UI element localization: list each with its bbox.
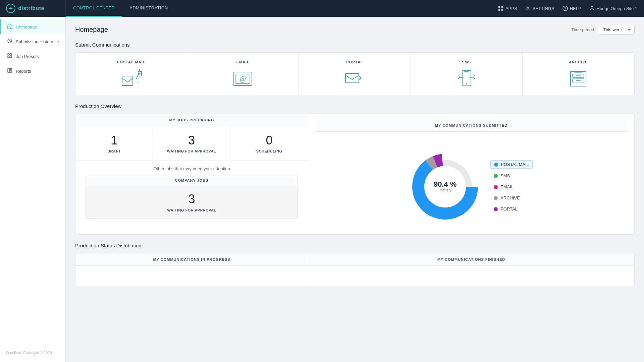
comm-card-portal[interactable]: PORTAL [299,53,411,95]
comm-card-archive[interactable]: ARCHIVE [523,53,634,95]
user-menu[interactable]: Hodge Omega Site 1 [589,6,637,11]
jobs-cell-draft: 1 DRAFT [75,126,153,161]
presets-icon [7,53,12,60]
svg-point-8 [591,6,593,8]
company-jobs-body: 3 WAITING FOR APPROVAL [86,186,298,218]
sms-dot [494,174,498,178]
logo-text: distribute [18,5,44,11]
chevron-down-icon: ▾ [57,40,59,44]
finished-header: MY COMMUNICATIONS FINISHED [308,253,634,266]
prod-left-panel: MY JOBS PREPARING 1 DRAFT 3 WAITING FOR … [75,114,308,234]
submit-communications-grid: POSTAL MAIL EMAIL [75,52,635,95]
apps-label: APPS [505,6,517,11]
legend-item-archive[interactable]: ARCHIVE [490,194,533,202]
jobs-cell-scheduling: 0 SCHEDULING [230,126,308,161]
topbar: distribute CONTROL CENTER ADMINISTRATION… [0,0,644,17]
company-jobs-box: COMPANY JOBS 3 WAITING FOR APPROVAL [86,175,298,219]
user-name: Hodge Omega Site 1 [597,6,637,11]
nav-tab-control-center[interactable]: CONTROL CENTER [66,0,122,17]
nav-tab-administration[interactable]: ADMINISTRATION [122,0,175,17]
legend-item-email[interactable]: EMAIL [490,183,533,191]
gear-icon [525,6,531,11]
user-icon [589,6,595,11]
prod-right-panel: MY COMMUNICATIONS SUBMITTED .donut-ring … [308,114,634,234]
svg-rect-23 [464,71,469,72]
svg-rect-12 [8,56,9,58]
time-period-area: Time period: This week Last week This mo… [571,25,635,35]
sidebar-item-job-presets[interactable]: Job Presets [0,49,65,64]
svg-point-24 [466,83,467,84]
topbar-left: distribute CONTROL CENTER ADMINISTRATION [0,0,175,17]
history-icon [7,38,12,45]
company-jobs-label: WAITING FOR APPROVAL [89,208,294,212]
comm-submitted-header: MY COMMUNICATIONS SUBMITTED [315,119,628,132]
legend-sms-label: SMS [500,173,510,178]
svg-rect-10 [8,54,9,55]
main-content: Homepage Time period: This week Last wee… [66,17,644,362]
portal-label: PORTAL [346,60,363,64]
archive-dot [494,196,498,200]
page-title: Homepage [75,26,108,34]
legend-item-portal[interactable]: PORTAL [490,205,533,213]
logo-icon [6,4,15,13]
sidebar: Homepage Submission History ▾ Job Preset… [0,17,66,362]
svg-point-5 [527,8,529,9]
help-label: HELP [570,6,581,11]
production-overview-title: Production Overview [75,103,635,109]
topbar-right: APPS SETTINGS ? HELP Hodge Omega Site 1 [498,6,644,11]
comm-card-email[interactable]: EMAIL @ [187,53,299,95]
archive-icon [567,69,590,89]
settings-label: SETTINGS [533,6,554,11]
settings-button[interactable]: SETTINGS [525,6,554,11]
svg-rect-15 [122,76,133,85]
production-status-grid: MY COMMUNICATIONS IN PROGRESS MY COMMUNI… [75,253,635,286]
draft-label: DRAFT [79,149,149,153]
postal-mail-dot [494,163,498,167]
donut-percentage: 90.4 % [434,180,457,189]
legend-item-sms[interactable]: SMS [490,172,533,180]
donut-chart: .donut-ring { fill: transparent; } [410,152,480,222]
attention-text: Other jobs that may need your attention [75,161,308,175]
finished-body [308,266,634,286]
waiting-label: WAITING FOR APPROVAL [156,149,227,153]
time-period-select[interactable]: This week Last week This month Last mont… [599,25,635,35]
help-button[interactable]: ? HELP [562,6,581,11]
legend-email-label: EMAIL [500,184,514,189]
comm-card-sms[interactable]: SMS [411,53,523,95]
submit-communications-title: Submit Communications [75,42,635,48]
grid-icon [498,6,503,11]
in-progress-header: MY COMMUNICATIONS IN PROGRESS [75,253,308,266]
svg-rect-3 [498,9,500,11]
in-progress-body [75,266,308,286]
company-jobs-header: COMPANY JOBS [86,175,298,186]
sidebar-item-submission-history-label: Submission History [16,39,53,44]
page-header: Homepage Time period: This week Last wee… [75,25,635,35]
donut-center: 90.4 % OF 73 [434,180,457,193]
svg-rect-2 [501,6,503,8]
sms-label: SMS [462,60,471,64]
donut-area: .donut-ring { fill: transparent; } [315,132,628,235]
production-status-title: Production Status Distribution [75,243,635,248]
jobs-cell-waiting: 3 WAITING FOR APPROVAL [153,126,230,161]
legend-item-postal-mail[interactable]: POSTAL MAIL [490,160,533,169]
status-panel-in-progress: MY COMMUNICATIONS IN PROGRESS [75,253,308,286]
chart-legend: POSTAL MAIL SMS EMAIL ARCHIVE [490,160,533,213]
help-icon: ? [562,6,568,11]
email-dot [494,185,498,189]
sidebar-item-reports[interactable]: Reports [0,64,65,78]
postal-mail-icon [119,69,143,89]
apps-button[interactable]: APPS [498,6,517,11]
sidebar-item-submission-history[interactable]: Submission History ▾ [0,34,65,49]
logo-area[interactable]: distribute [0,0,66,17]
waiting-number: 3 [156,134,227,147]
scheduling-number: 0 [234,134,305,147]
sidebar-footer: Quadient, Copyright © 2020 [0,347,65,358]
comm-card-postal-mail[interactable]: POSTAL MAIL [75,53,187,95]
production-status-section: Production Status Distribution MY COMMUN… [75,243,635,286]
svg-text:@: @ [240,75,246,83]
legend-archive-label: ARCHIVE [500,195,520,200]
scheduling-label: SCHEDULING [234,149,305,153]
sidebar-item-homepage[interactable]: Homepage [0,19,65,34]
portal-icon [343,69,366,89]
svg-point-17 [139,69,140,70]
